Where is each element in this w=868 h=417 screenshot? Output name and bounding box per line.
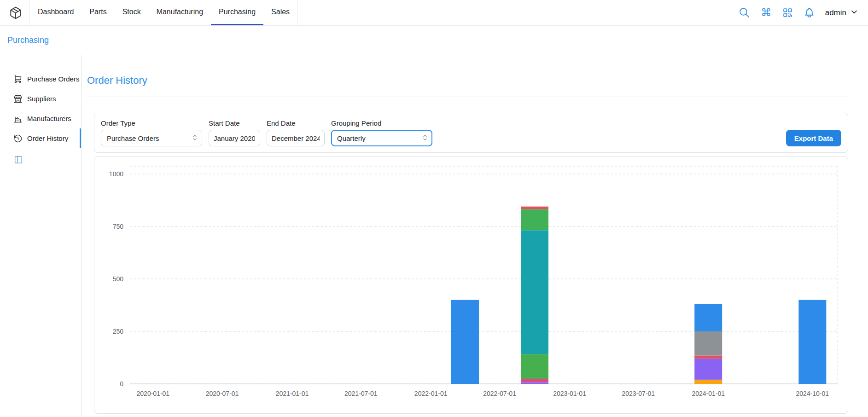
chevron-down-icon <box>850 7 859 18</box>
export-data-button[interactable]: Export Data <box>786 130 841 146</box>
svg-text:2024-01-01: 2024-01-01 <box>692 390 725 397</box>
order-type-select[interactable]: Purchase Orders <box>101 130 202 146</box>
svg-text:2020-07-01: 2020-07-01 <box>206 390 239 397</box>
grouping-period-label: Grouping Period <box>331 119 432 127</box>
start-date-field: Start Date <box>209 119 260 146</box>
nav-tab-dashboard[interactable]: Dashboard <box>30 0 82 25</box>
navbar-actions: ⌘ admin <box>739 0 859 25</box>
search-icon[interactable] <box>739 7 751 19</box>
svg-text:2024-10-01: 2024-10-01 <box>796 390 829 397</box>
end-date-field: End Date <box>267 119 325 146</box>
bell-icon[interactable] <box>804 7 816 19</box>
chevron-updown-icon <box>191 133 199 143</box>
divider <box>87 97 848 97</box>
svg-text:250: 250 <box>113 328 124 335</box>
nav-tab-sales[interactable]: Sales <box>263 0 297 25</box>
svg-text:2020-01-01: 2020-01-01 <box>137 390 170 397</box>
command-icon[interactable]: ⌘ <box>760 7 772 19</box>
start-date-label: Start Date <box>209 119 260 127</box>
history-icon <box>13 134 23 143</box>
nav-tab-manufacturing[interactable]: Manufacturing <box>149 0 211 25</box>
svg-text:2022-01-01: 2022-01-01 <box>414 390 448 397</box>
grouping-period-field: Grouping Period Quarterly <box>331 119 432 146</box>
layout-sidebar-icon[interactable] <box>13 155 24 166</box>
svg-text:2023-01-01: 2023-01-01 <box>553 390 586 397</box>
start-date-input[interactable] <box>209 130 260 146</box>
filter-panel: Order Type Purchase Orders Start Date En… <box>94 113 848 153</box>
svg-text:750: 750 <box>113 223 124 230</box>
end-date-input[interactable] <box>267 130 325 146</box>
sidebar-item-manufacturers[interactable]: Manufacturers <box>0 109 81 128</box>
building-store-icon <box>13 94 23 104</box>
sidebar: Purchase Orders Suppliers M <box>0 55 82 417</box>
chart-panel: 025050075010002020-01-012020-07-012021-0… <box>94 156 848 414</box>
nav-tab-purchasing[interactable]: Purchasing <box>211 0 263 25</box>
nav-tab-stock[interactable]: Stock <box>115 0 149 25</box>
sidebar-item-order-history[interactable]: Order History <box>0 128 81 148</box>
username: admin <box>825 8 846 17</box>
svg-text:1000: 1000 <box>109 170 123 178</box>
main-panel: Order History Order Type Purchase Orders… <box>82 55 868 417</box>
sidebar-item-label: Manufacturers <box>27 115 71 122</box>
svg-text:2021-07-01: 2021-07-01 <box>344 390 378 397</box>
nav-tab-parts[interactable]: Parts <box>82 0 114 25</box>
order-type-label: Order Type <box>101 119 202 127</box>
content-area: Purchase Orders Suppliers M <box>0 55 868 417</box>
svg-text:2021-01-01: 2021-01-01 <box>276 390 309 397</box>
factory-icon <box>13 114 23 123</box>
sidebar-item-label: Suppliers <box>27 95 56 103</box>
sidebar-item-label: Order History <box>27 134 68 142</box>
top-navbar: Dashboard Parts Stock Manufacturing Purc… <box>0 0 868 26</box>
svg-text:2023-07-01: 2023-07-01 <box>622 390 655 397</box>
sidebar-item-label: Purchase Orders <box>27 75 79 83</box>
svg-text:0: 0 <box>120 380 123 388</box>
svg-text:500: 500 <box>113 275 124 283</box>
qr-code-icon[interactable] <box>782 7 794 19</box>
order-history-chart: 025050075010002020-01-012020-07-012021-0… <box>100 162 843 409</box>
page-title: Order History <box>87 75 848 87</box>
svg-text:2022-07-01: 2022-07-01 <box>483 390 516 397</box>
end-date-label: End Date <box>267 119 325 127</box>
breadcrumb-bar: Purchasing <box>0 26 868 55</box>
main-nav-tabs: Dashboard Parts Stock Manufacturing Purc… <box>29 0 298 25</box>
sidebar-item-suppliers[interactable]: Suppliers <box>0 89 81 109</box>
sidebar-item-purchase-orders[interactable]: Purchase Orders <box>0 69 81 89</box>
grouping-period-select[interactable]: Quarterly <box>331 130 432 146</box>
user-menu[interactable]: admin <box>825 7 859 18</box>
grouping-period-value: Quarterly <box>337 134 366 142</box>
shopping-cart-icon <box>13 75 23 84</box>
breadcrumb-purchasing[interactable]: Purchasing <box>7 35 49 45</box>
order-type-field: Order Type Purchase Orders <box>101 119 202 146</box>
app-logo-icon[interactable] <box>8 0 23 25</box>
order-type-value: Purchase Orders <box>107 134 159 142</box>
chevron-updown-icon <box>421 133 429 143</box>
